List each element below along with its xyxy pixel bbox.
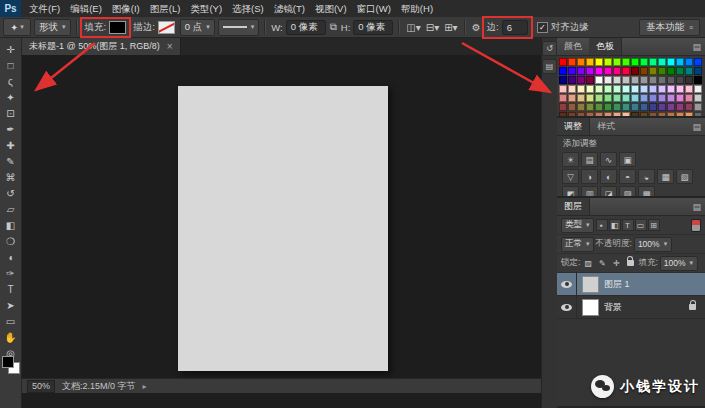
swatch[interactable] — [577, 94, 585, 102]
tab-color[interactable]: 颜色 — [557, 38, 589, 55]
swatch[interactable] — [559, 103, 567, 111]
blend-mode-dropdown[interactable]: 正常▾ — [561, 237, 594, 252]
swatch[interactable] — [649, 94, 657, 102]
swatch[interactable] — [559, 94, 567, 102]
stroke-style-dropdown[interactable]: ▾ — [218, 19, 260, 36]
swatch[interactable] — [595, 67, 603, 75]
path-operations-icon[interactable]: ◫▾ — [405, 22, 421, 33]
swatch[interactable] — [595, 58, 603, 66]
tool-path-selection[interactable]: ➤ — [1, 297, 21, 313]
tool-eyedropper[interactable]: ✒ — [1, 121, 21, 137]
swatch[interactable] — [595, 103, 603, 111]
swatch[interactable] — [631, 94, 639, 102]
swatch[interactable] — [586, 58, 594, 66]
swatch[interactable] — [694, 58, 702, 66]
tab-adjustments[interactable]: 调整 — [557, 118, 590, 135]
swatch[interactable] — [640, 67, 648, 75]
swatch[interactable] — [622, 76, 630, 84]
adjustment-exposure-icon[interactable]: ▣ — [619, 152, 636, 167]
tool-move[interactable]: ✛ — [1, 41, 21, 57]
swatch[interactable] — [568, 94, 576, 102]
swatch[interactable] — [613, 76, 621, 84]
swatch[interactable] — [568, 67, 576, 75]
lock-transparency-icon[interactable]: ▨ — [582, 257, 594, 269]
swatch[interactable] — [577, 67, 585, 75]
fill-opacity-dropdown[interactable]: 100%▾ — [660, 256, 698, 271]
swatch[interactable] — [694, 103, 702, 111]
swatch[interactable] — [658, 85, 666, 93]
tool-type[interactable]: T — [1, 281, 21, 297]
close-icon[interactable]: × — [167, 41, 173, 52]
swatch[interactable] — [667, 94, 675, 102]
stroke-color-swatch[interactable] — [158, 21, 175, 34]
swatch[interactable] — [577, 85, 585, 93]
lock-position-icon[interactable]: ✛ — [610, 257, 622, 269]
tool-clone-stamp[interactable]: ⌘ — [1, 169, 21, 185]
layer-visibility-toggle[interactable] — [557, 296, 577, 318]
swatch[interactable] — [595, 94, 603, 102]
swatch[interactable] — [622, 103, 630, 111]
tool-hand[interactable]: ✋ — [1, 329, 21, 345]
tool-eraser[interactable]: ▱ — [1, 201, 21, 217]
sides-field[interactable]: 6 — [502, 20, 528, 35]
swatch[interactable] — [649, 67, 657, 75]
swatch[interactable] — [613, 103, 621, 111]
tab-swatches[interactable]: 色板 — [589, 38, 622, 55]
swatch[interactable] — [676, 103, 684, 111]
filter-adjustment-layers-icon[interactable]: ◧ — [609, 219, 621, 231]
swatch[interactable] — [595, 85, 603, 93]
adjustment-posterize-icon[interactable]: ▥ — [581, 186, 598, 198]
tool-quick-selection[interactable]: ✦ — [1, 89, 21, 105]
swatch[interactable] — [658, 103, 666, 111]
menu-item[interactable]: 滤镜(T) — [269, 0, 310, 17]
swatch[interactable] — [604, 58, 612, 66]
swatch[interactable] — [640, 85, 648, 93]
adjustment-channel-mixer-icon[interactable]: ▦ — [657, 169, 674, 184]
menu-item[interactable]: 窗口(W) — [352, 0, 396, 17]
adjustment-selective-color-icon[interactable]: ▩ — [638, 186, 655, 198]
layer-filter-kind-dropdown[interactable]: 类型▾ — [561, 218, 594, 233]
filter-type-layers-icon[interactable]: T — [622, 219, 634, 231]
swatch[interactable] — [667, 76, 675, 84]
adjustment-brightness-contrast-icon[interactable]: ☀ — [562, 152, 579, 167]
swatch[interactable] — [667, 103, 675, 111]
tool-lasso[interactable]: ς — [1, 73, 21, 89]
adjustment-color-balance-icon[interactable]: ◐ — [600, 169, 617, 184]
tab-styles[interactable]: 样式 — [590, 118, 622, 135]
swatch[interactable] — [649, 76, 657, 84]
layer-row[interactable]: 背景 — [557, 296, 705, 319]
zoom-level-field[interactable]: 50% — [27, 380, 55, 393]
swatch[interactable] — [640, 76, 648, 84]
adjustment-black-white-icon[interactable]: ◓ — [619, 169, 636, 184]
path-alignment-icon[interactable]: ⊟▾ — [425, 22, 440, 33]
height-field[interactable]: 0 像素 — [353, 20, 393, 35]
panel-menu-icon[interactable]: ▤ — [688, 202, 705, 212]
stroke-control[interactable]: 描边: — [131, 20, 177, 35]
tool-mode-dropdown[interactable]: 形状▾ — [34, 19, 71, 36]
swatch[interactable] — [622, 85, 630, 93]
swatch[interactable] — [604, 85, 612, 93]
layer-filter-toggle[interactable] — [691, 219, 701, 232]
swatch[interactable] — [568, 76, 576, 84]
tab-layers[interactable]: 图层 — [557, 198, 590, 215]
swatch[interactable] — [631, 85, 639, 93]
tool-blur[interactable]: ❍ — [1, 233, 21, 249]
swatch[interactable] — [631, 58, 639, 66]
swatch[interactable] — [667, 85, 675, 93]
canvas-area[interactable] — [22, 55, 541, 378]
layer-row[interactable]: 图层 1 — [557, 273, 705, 296]
swatch[interactable] — [604, 103, 612, 111]
stroke-width-dropdown[interactable]: 0 点▾ — [180, 19, 215, 36]
swatch[interactable] — [622, 58, 630, 66]
swatch[interactable] — [595, 76, 603, 84]
swatch[interactable] — [568, 85, 576, 93]
fill-color-swatch[interactable] — [109, 21, 126, 34]
width-field[interactable]: 0 像素 — [286, 20, 326, 35]
swatch[interactable] — [613, 67, 621, 75]
swatch[interactable] — [568, 103, 576, 111]
tool-rectangular-marquee[interactable]: □ — [1, 57, 21, 73]
tool-spot-healing-brush[interactable]: ✚ — [1, 137, 21, 153]
swatch[interactable] — [586, 103, 594, 111]
adjustment-hue-saturation-icon[interactable]: ◑ — [581, 169, 598, 184]
foreground-background-colors[interactable] — [2, 356, 20, 374]
